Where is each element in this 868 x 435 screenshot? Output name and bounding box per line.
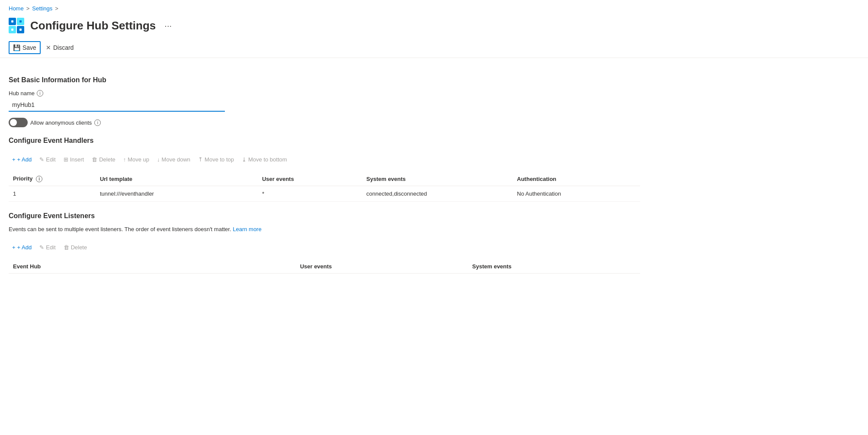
col-authentication: Authentication bbox=[512, 172, 640, 186]
event-listeners-section: Configure Event Listeners Events can be … bbox=[9, 212, 640, 274]
main-toolbar: 💾 Save ✕ Discard bbox=[0, 38, 868, 58]
breadcrumb-sep2: > bbox=[55, 5, 58, 12]
eh-add-icon: + bbox=[12, 156, 16, 163]
app-icon bbox=[9, 18, 24, 33]
breadcrumb-settings[interactable]: Settings bbox=[32, 5, 52, 12]
breadcrumb-home[interactable]: Home bbox=[9, 5, 24, 12]
learn-more-link[interactable]: Learn more bbox=[233, 226, 261, 232]
svg-rect-5 bbox=[11, 29, 13, 31]
eh-move-down-label: Move down bbox=[162, 156, 190, 163]
breadcrumb-sep1: > bbox=[26, 5, 30, 12]
anon-clients-info-icon: i bbox=[94, 119, 101, 126]
cell-authentication: No Authentication bbox=[512, 186, 640, 202]
el-edit-label: Edit bbox=[46, 244, 55, 251]
eh-move-to-bottom-button[interactable]: ⤓ Move to bottom bbox=[238, 154, 291, 165]
eh-move-to-bottom-icon: ⤓ bbox=[242, 156, 247, 163]
event-handlers-table: Priority i Url template User events Syst… bbox=[9, 172, 640, 202]
svg-rect-4 bbox=[11, 20, 13, 23]
eh-move-up-label: Move up bbox=[128, 156, 149, 163]
event-listeners-description: Events can be sent to multiple event lis… bbox=[9, 226, 640, 232]
more-options-button[interactable]: ··· bbox=[162, 20, 174, 32]
el-add-button[interactable]: + + Add bbox=[9, 242, 35, 253]
eh-insert-label: Insert bbox=[70, 156, 84, 163]
el-edit-icon: ✎ bbox=[39, 244, 44, 251]
event-handlers-table-header: Priority i Url template User events Syst… bbox=[9, 172, 640, 186]
hub-name-label: Hub name i bbox=[9, 90, 640, 97]
main-content: Set Basic Information for Hub Hub name i… bbox=[0, 58, 649, 294]
el-col-event-hub: Event Hub bbox=[9, 260, 296, 274]
basic-info-title: Set Basic Information for Hub bbox=[9, 76, 640, 84]
eh-move-to-top-icon: ⤒ bbox=[198, 156, 203, 163]
el-col-system-events: System events bbox=[468, 260, 640, 274]
cell-user-events: * bbox=[258, 186, 362, 202]
eh-move-down-icon: ↓ bbox=[157, 156, 160, 163]
svg-rect-6 bbox=[19, 20, 22, 23]
svg-rect-7 bbox=[19, 29, 22, 31]
basic-info-section: Set Basic Information for Hub Hub name i… bbox=[9, 76, 640, 127]
eh-move-up-icon: ↑ bbox=[123, 156, 126, 163]
eh-move-up-button[interactable]: ↑ Move up bbox=[120, 154, 153, 165]
col-system-events: System events bbox=[362, 172, 512, 186]
save-icon: 💾 bbox=[13, 44, 20, 51]
event-handlers-section: Configure Event Handlers + + Add ✎ Edit … bbox=[9, 137, 640, 202]
hub-name-info-icon: i bbox=[37, 90, 43, 97]
cell-url-template: tunnel:///eventhandler bbox=[96, 186, 258, 202]
col-priority: Priority i bbox=[9, 172, 96, 186]
eh-move-down-button[interactable]: ↓ Move down bbox=[154, 154, 194, 165]
event-listeners-title: Configure Event Listeners bbox=[9, 212, 640, 220]
eh-insert-button[interactable]: ⊞ Insert bbox=[60, 154, 88, 165]
eh-edit-button[interactable]: ✎ Edit bbox=[36, 154, 59, 165]
eh-delete-label: Delete bbox=[99, 156, 115, 163]
eh-edit-icon: ✎ bbox=[39, 156, 44, 163]
el-edit-button[interactable]: ✎ Edit bbox=[36, 242, 59, 253]
event-listeners-table: Event Hub User events System events bbox=[9, 260, 640, 274]
page-header: Configure Hub Settings ··· bbox=[0, 14, 868, 38]
event-listeners-table-header: Event Hub User events System events bbox=[9, 260, 640, 274]
el-delete-icon: 🗑 bbox=[64, 244, 69, 251]
eh-add-label: + Add bbox=[17, 156, 32, 163]
eh-add-button[interactable]: + + Add bbox=[9, 154, 35, 165]
event-handlers-title: Configure Event Handlers bbox=[9, 137, 640, 145]
eh-delete-button[interactable]: 🗑 Delete bbox=[88, 154, 119, 165]
save-button[interactable]: 💾 Save bbox=[9, 41, 41, 54]
page-title: Configure Hub Settings bbox=[30, 19, 156, 32]
priority-info-icon: i bbox=[36, 176, 42, 182]
el-add-icon: + bbox=[12, 244, 16, 251]
event-listeners-toolbar: + + Add ✎ Edit 🗑 Delete bbox=[9, 238, 640, 256]
eh-insert-icon: ⊞ bbox=[64, 156, 68, 163]
cell-system-events: connected,disconnected bbox=[362, 186, 512, 202]
anon-clients-label: Allow anonymous clients i bbox=[9, 118, 640, 127]
toggle-slider bbox=[9, 118, 28, 127]
eh-move-to-bottom-label: Move to bottom bbox=[248, 156, 287, 163]
event-handlers-table-body: 1 tunnel:///eventhandler * connected,dis… bbox=[9, 186, 640, 202]
col-url-template: Url template bbox=[96, 172, 258, 186]
discard-icon: ✕ bbox=[46, 44, 51, 51]
el-col-user-events: User events bbox=[296, 260, 468, 274]
discard-button[interactable]: ✕ Discard bbox=[42, 42, 77, 53]
el-delete-button[interactable]: 🗑 Delete bbox=[60, 242, 91, 253]
el-add-label: + Add bbox=[17, 244, 32, 251]
eh-delete-icon: 🗑 bbox=[92, 156, 97, 163]
eh-move-to-top-label: Move to top bbox=[205, 156, 234, 163]
breadcrumb: Home > Settings > bbox=[0, 0, 868, 14]
eh-move-to-top-button[interactable]: ⤒ Move to top bbox=[195, 154, 237, 165]
event-handlers-toolbar: + + Add ✎ Edit ⊞ Insert 🗑 Delete ↑ Move … bbox=[9, 151, 640, 168]
hub-name-input[interactable] bbox=[9, 99, 225, 112]
col-user-events: User events bbox=[258, 172, 362, 186]
cell-priority: 1 bbox=[9, 186, 96, 202]
discard-label: Discard bbox=[53, 44, 74, 51]
el-delete-label: Delete bbox=[71, 244, 87, 251]
table-row[interactable]: 1 tunnel:///eventhandler * connected,dis… bbox=[9, 186, 640, 202]
eh-edit-label: Edit bbox=[46, 156, 55, 163]
save-label: Save bbox=[22, 44, 36, 51]
anon-clients-toggle[interactable] bbox=[9, 118, 28, 127]
